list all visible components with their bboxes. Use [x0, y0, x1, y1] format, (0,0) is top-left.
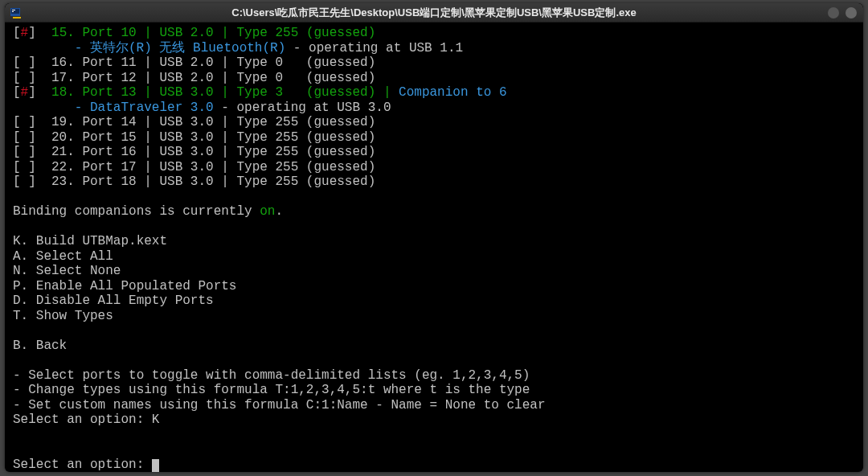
minimize-button[interactable]: [828, 7, 839, 18]
close-button[interactable]: [845, 7, 857, 18]
svg-rect-4: [13, 17, 21, 18]
window-controls: [828, 7, 863, 18]
console-output[interactable]: [#] 15. Port 10 | USB 2.0 | Type 255 (gu…: [5, 23, 863, 472]
text-cursor: [152, 459, 159, 472]
titlebar[interactable]: C:\Users\吃瓜市民王先生\Desktop\USB端口定制\黑苹果定制US…: [5, 3, 863, 23]
window-title: C:\Users\吃瓜市民王先生\Desktop\USB端口定制\黑苹果定制US…: [5, 6, 863, 20]
svg-rect-3: [12, 11, 14, 12]
app-window: C:\Users\吃瓜市民王先生\Desktop\USB端口定制\黑苹果定制US…: [5, 3, 863, 472]
svg-rect-2: [12, 10, 15, 10]
app-icon: [10, 6, 23, 19]
